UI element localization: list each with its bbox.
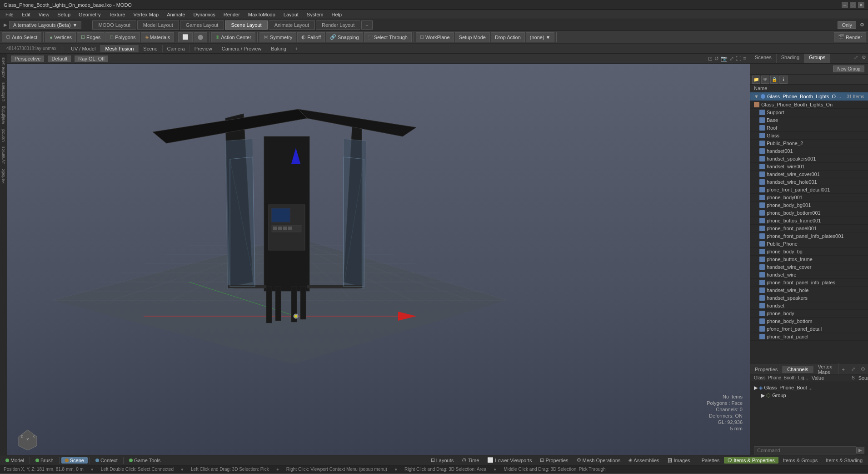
lower-viewports-btn[interactable]: ⬜ Lower Viewports — [484, 457, 535, 464]
viewport-canvas[interactable]: No Items Polygons : Face Channels: 0 Def… — [7, 64, 750, 455]
scene-list-item[interactable]: handset_wire_hole001 — [750, 178, 868, 186]
menu-dynamics[interactable]: Dynamics — [190, 11, 219, 18]
drop-action-button[interactable]: Drop Action — [491, 32, 525, 42]
viewport-fit-icon[interactable]: ⊡ — [708, 55, 713, 62]
command-execute-button[interactable]: ▶ — [856, 447, 864, 454]
folder-icon-btn[interactable]: 📁 — [752, 76, 760, 84]
scene-list-item[interactable]: phone_front_panel001 — [750, 225, 868, 232]
auto-select-button[interactable]: ⬡ Auto Select — [2, 32, 41, 42]
scene-list-item[interactable]: pfone_front_panel_detail — [750, 325, 868, 333]
scene-list-item[interactable]: phone_body_bg001 — [750, 202, 868, 209]
palettes-btn[interactable]: Palettes — [698, 457, 723, 464]
maximize-button[interactable]: □ — [850, 2, 856, 8]
info-icon-btn[interactable]: ℹ — [779, 76, 788, 84]
tab-vertex-maps[interactable]: Vertex Maps — [813, 363, 838, 376]
subtab-camera-preview[interactable]: Camera / Preview — [217, 45, 266, 52]
only-badge[interactable]: Only — [838, 21, 856, 29]
mesh-ops-btn[interactable]: ⚙ Mesh Operations — [573, 457, 624, 464]
new-group-button[interactable]: New Group — [833, 66, 864, 72]
scene-list-item[interactable]: phone_body_bottom001 — [750, 209, 868, 217]
menu-maxtomodo[interactable]: MaxToModo — [244, 11, 279, 18]
subtab-baking[interactable]: Baking — [266, 45, 291, 52]
brush-mode-btn[interactable]: Brush — [32, 457, 57, 464]
scene-list-item[interactable]: handset — [750, 302, 868, 310]
channels-group-label[interactable]: ▶ ⬡ Group — [758, 392, 868, 399]
sidebar-tab-control[interactable]: Control — [0, 127, 7, 144]
sidebar-tab-dynamics[interactable]: Dynamics — [0, 145, 7, 166]
scene-list-item[interactable]: handset001 — [750, 147, 868, 155]
menu-view[interactable]: View — [35, 11, 53, 18]
menu-render[interactable]: Render — [220, 11, 244, 18]
tab-shading[interactable]: Shading — [777, 54, 804, 63]
properties-btn[interactable]: ⊞ Properties — [536, 457, 572, 464]
panel-settings-icon[interactable]: ⚙ — [860, 54, 868, 63]
viewport-refresh-icon[interactable]: ↺ — [714, 55, 719, 62]
work-plane-button[interactable]: ⬜ — [178, 32, 193, 42]
scene-mode-btn[interactable]: Scene — [61, 457, 88, 464]
close-button[interactable]: ✕ — [858, 2, 864, 8]
menu-layout[interactable]: Layout — [280, 11, 302, 18]
eye-icon-btn[interactable]: 👁 — [761, 76, 769, 84]
sphere-button[interactable]: ⬤ — [194, 32, 207, 42]
add-layout-button[interactable]: + — [361, 20, 372, 30]
scene-list-item[interactable]: handset_wire_hole — [750, 287, 868, 294]
edges-button[interactable]: ⊟ Edges — [77, 32, 105, 42]
scene-list-item[interactable]: Roof — [750, 124, 868, 132]
none-dropdown-button[interactable]: (none) ▼ — [526, 32, 555, 42]
tab-modo-layout[interactable]: MODO Layout — [92, 20, 136, 30]
images-btn[interactable]: 🖼 Images — [664, 457, 694, 464]
channels-expand-icon[interactable]: ⤢ — [848, 365, 858, 373]
scene-list-item[interactable]: handset_wire_cover001 — [750, 171, 868, 178]
menu-texture[interactable]: Texture — [105, 11, 129, 18]
menu-animate[interactable]: Animate — [163, 11, 189, 18]
scene-list-item[interactable]: handset_wire001 — [750, 163, 868, 171]
viewport-perspective-label[interactable]: Perspective — [11, 55, 44, 62]
tab-groups[interactable]: Groups — [804, 54, 830, 63]
minimize-button[interactable]: ─ — [842, 2, 848, 8]
channels-root-group[interactable]: ▶ ◈ Glass_Phone_Boot ... — [750, 384, 868, 392]
vertices-button[interactable]: ● Vertices — [45, 32, 76, 42]
items-properties-btn[interactable]: ⬡ Items & Properties — [724, 457, 778, 464]
subtab-scene[interactable]: Scene — [139, 45, 162, 52]
polygons-button[interactable]: ◻ Polygons — [105, 32, 140, 42]
tab-games-layout[interactable]: Games Layout — [180, 20, 224, 30]
subtab-file[interactable]: 48146780318:lay-unmax — [2, 45, 61, 52]
time-btn[interactable]: ⏱ Time — [458, 457, 483, 464]
menu-file[interactable]: File — [2, 11, 17, 18]
symmetry-button[interactable]: ⋈ Symmetry — [259, 32, 297, 42]
scene-list-item[interactable]: phone_body_bg — [750, 248, 868, 256]
scene-list-item[interactable]: phone_body_bottom — [750, 318, 868, 325]
falloff-button[interactable]: ◐ Falloff — [297, 32, 325, 42]
scene-list-item[interactable]: handset_speakers — [750, 294, 868, 302]
scene-list-item[interactable]: Support — [750, 109, 868, 116]
tab-scenes[interactable]: Scenes — [750, 54, 777, 63]
subtab-camera[interactable]: Camera — [163, 45, 190, 52]
scene-list-item[interactable]: pfone_front_panel_detail001 — [750, 186, 868, 194]
sidebar-tab-deformers[interactable]: Deformers — [0, 81, 7, 103]
scene-list-item[interactable]: Glass — [750, 132, 868, 140]
materials-button[interactable]: ◈ Materials — [141, 32, 175, 42]
scene-list-item[interactable]: phone_body001 — [750, 194, 868, 202]
tab-animate-layout[interactable]: Animate Layout — [269, 20, 315, 30]
scene-list-item[interactable]: Public_Phone — [750, 240, 868, 248]
viewport-raygl-label[interactable]: Ray GL: Off — [75, 55, 108, 62]
menu-help[interactable]: Help — [328, 11, 346, 18]
viewport-camera-icon[interactable]: 📷 — [721, 55, 728, 62]
tab-model-layout[interactable]: Model Layout — [137, 20, 179, 30]
sidebar-tab-active-sets[interactable]: Active Sets — [0, 55, 7, 80]
add-subtab-button[interactable]: + — [291, 45, 301, 52]
menu-vertexmap[interactable]: Vertex Map — [130, 11, 162, 18]
scene-list-item[interactable]: Glass_Phone_Booth_Lights_On — [750, 101, 868, 109]
alt-layouts-button[interactable]: Alternative Layouts (Beta) ▼ — [9, 21, 81, 29]
scene-list-item[interactable]: handset_speakers001 — [750, 155, 868, 163]
snapping-button[interactable]: 🔗 Snapping — [326, 32, 363, 42]
game-tools-btn[interactable]: Game Tools — [125, 457, 165, 464]
subtab-uv-model[interactable]: UV / Model — [66, 45, 100, 52]
scene-list-item[interactable]: Public_Phone_2 — [750, 140, 868, 147]
scene-list-item[interactable]: Base — [750, 116, 868, 124]
context-mode-btn[interactable]: Context — [92, 457, 121, 464]
menu-geometry[interactable]: Geometry — [75, 11, 104, 18]
menu-system[interactable]: System — [303, 11, 327, 18]
viewport-fullscreen-icon[interactable]: ⛶ — [736, 55, 741, 62]
setup-mode-button[interactable]: Setup Mode — [455, 32, 490, 42]
